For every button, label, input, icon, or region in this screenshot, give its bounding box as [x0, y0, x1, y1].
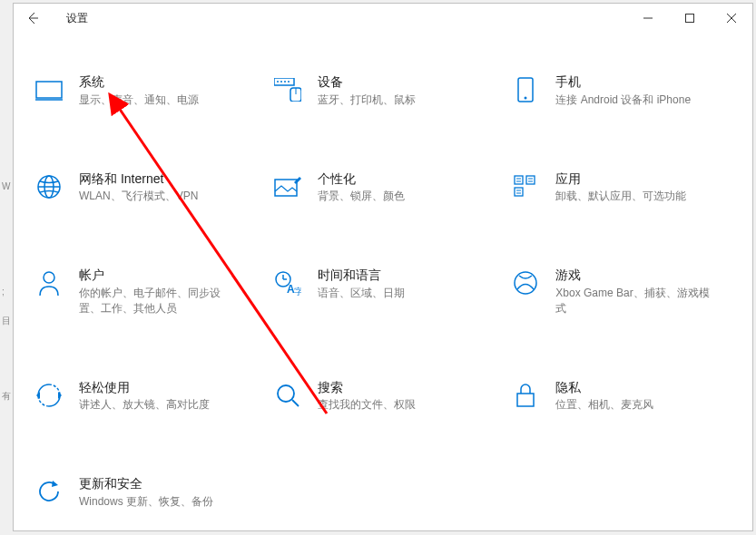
item-subtitle: 蓝牙、打印机、鼠标 [318, 92, 416, 108]
item-subtitle: 卸载、默认应用、可选功能 [555, 189, 686, 204]
item-title: 系统 [79, 74, 199, 90]
minimize-icon [643, 14, 653, 23]
setting-item-update[interactable]: 更新和安全 Windows 更新、恢复、备份 [28, 471, 261, 515]
maximize-button[interactable] [669, 4, 711, 33]
devices-icon [272, 74, 303, 105]
setting-item-time-language[interactable]: A字 时间和语言 语音、区域、日期 [267, 262, 500, 321]
svg-rect-18 [515, 188, 523, 196]
back-button[interactable] [14, 4, 52, 33]
svg-point-7 [288, 81, 290, 83]
setting-item-apps[interactable]: 应用 卸载、默认应用、可选功能 [505, 166, 738, 210]
svg-rect-0 [686, 15, 694, 23]
svg-point-31 [515, 272, 536, 294]
item-subtitle: 语音、区域、日期 [318, 286, 405, 301]
svg-rect-15 [275, 180, 297, 196]
item-title: 设备 [318, 74, 416, 90]
item-title: 轻松使用 [79, 380, 210, 395]
item-subtitle: 查找我的文件、权限 [318, 397, 416, 413]
background-partial: W ; 目 有 [0, 0, 13, 535]
time-language-icon: A字 [272, 268, 303, 298]
setting-item-privacy[interactable]: 隐私 位置、相机、麦克风 [505, 374, 738, 419]
arrow-left-icon [25, 11, 40, 25]
item-subtitle: Windows 更新、恢复、备份 [79, 494, 213, 510]
item-subtitle: 背景、锁屏、颜色 [318, 189, 405, 204]
svg-line-35 [292, 400, 299, 406]
item-subtitle: WLAN、飞行模式、VPN [79, 189, 198, 204]
svg-rect-16 [515, 176, 523, 184]
xbox-icon [510, 268, 541, 298]
lock-icon [510, 380, 541, 411]
item-subtitle: Xbox Game Bar、捕获、游戏模式 [555, 286, 710, 316]
item-subtitle: 你的帐户、电子邮件、同步设置、工作、其他人员 [79, 286, 233, 316]
item-subtitle: 显示、声音、通知、电源 [79, 92, 199, 108]
item-subtitle: 连接 Android 设备和 iPhone [555, 92, 691, 108]
window-title: 设置 [66, 11, 88, 26]
settings-window: 设置 系统 显示、声音、通知、电源 [13, 3, 753, 531]
setting-item-system[interactable]: 系统 显示、声音、通知、电源 [28, 69, 261, 113]
titlebar: 设置 [14, 4, 752, 33]
item-title: 更新和安全 [79, 476, 213, 491]
svg-rect-36 [517, 394, 534, 406]
svg-point-11 [525, 97, 527, 100]
settings-grid: 系统 显示、声音、通知、电源 设备 蓝牙、打印机、鼠标 手机 连接 Androi… [14, 33, 752, 515]
personalization-icon [272, 171, 303, 202]
setting-item-network[interactable]: 网络和 Internet WLAN、飞行模式、VPN [28, 166, 261, 210]
svg-point-4 [277, 81, 279, 83]
person-icon [34, 268, 64, 298]
setting-item-devices[interactable]: 设备 蓝牙、打印机、鼠标 [267, 69, 500, 113]
setting-item-search[interactable]: 搜索 查找我的文件、权限 [267, 374, 500, 419]
setting-item-phone[interactable]: 手机 连接 Android 设备和 iPhone [505, 69, 738, 113]
item-title: 帐户 [79, 268, 233, 283]
update-icon [34, 476, 64, 507]
item-title: 应用 [555, 171, 686, 187]
window-controls [627, 4, 752, 33]
system-icon [34, 74, 64, 105]
setting-item-personalization[interactable]: 个性化 背景、锁屏、颜色 [267, 166, 500, 210]
setting-item-gaming[interactable]: 游戏 Xbox Game Bar、捕获、游戏模式 [505, 262, 738, 321]
svg-point-34 [278, 385, 294, 402]
setting-item-ease-of-access[interactable]: 轻松使用 讲述人、放大镜、高对比度 [28, 374, 261, 419]
item-title: 搜索 [318, 380, 416, 395]
ease-icon [34, 380, 64, 411]
svg-point-25 [44, 272, 54, 283]
item-title: 手机 [555, 74, 691, 90]
item-title: 游戏 [555, 268, 710, 283]
item-title: 个性化 [318, 171, 405, 187]
search-icon [272, 380, 303, 411]
item-subtitle: 位置、相机、麦克风 [555, 397, 653, 413]
setting-item-accounts[interactable]: 帐户 你的帐户、电子邮件、同步设置、工作、其他人员 [28, 262, 261, 321]
item-subtitle: 讲述人、放大镜、高对比度 [79, 397, 210, 413]
close-icon [727, 14, 736, 23]
svg-rect-17 [526, 176, 535, 184]
globe-icon [34, 171, 64, 202]
phone-icon [510, 74, 541, 105]
svg-point-6 [284, 81, 286, 83]
item-title: 时间和语言 [318, 268, 405, 283]
apps-icon [510, 171, 541, 202]
svg-marker-37 [52, 481, 58, 487]
maximize-icon [685, 14, 694, 23]
item-title: 网络和 Internet [79, 171, 198, 187]
close-button[interactable] [711, 4, 752, 33]
svg-point-5 [280, 81, 282, 83]
item-title: 隐私 [555, 380, 653, 395]
minimize-button[interactable] [627, 4, 669, 33]
svg-rect-1 [36, 82, 62, 98]
svg-text:字: 字 [294, 287, 301, 296]
